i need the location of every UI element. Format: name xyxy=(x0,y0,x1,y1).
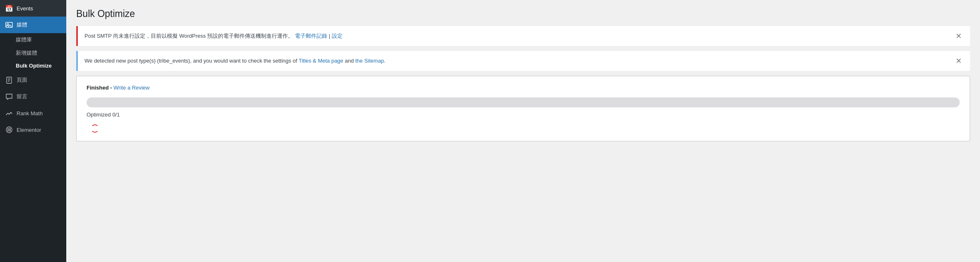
smtp-notice-text: Post SMTP 尚未進行設定，目前以模擬 WordPress 預設的電子郵件… xyxy=(84,32,343,41)
sidebar-item-pages[interactable]: 頁面 xyxy=(0,72,66,88)
loading-spinner xyxy=(91,124,99,133)
bulk-optimize-label: Bulk Optimize xyxy=(16,63,52,69)
post-type-notice-close-button[interactable]: ✕ xyxy=(953,56,963,66)
sidebar-sub-media-library[interactable]: 媒體庫 xyxy=(0,33,66,46)
sidebar-item-label: Rank Math xyxy=(17,110,43,116)
sidebar-sub-bulk-optimize[interactable]: Bulk Optimize xyxy=(0,60,66,72)
email-log-link[interactable]: 電子郵件記錄 xyxy=(295,33,327,39)
write-review-link[interactable]: Write a Review xyxy=(113,85,150,91)
optimized-text: Optimized 0/1 xyxy=(87,112,960,118)
status-line: Finished - Write a Review xyxy=(87,85,960,91)
sidebar-item-label: 留言 xyxy=(17,93,27,100)
titles-meta-link[interactable]: Titles & Meta page xyxy=(299,58,343,64)
smtp-notice: Post SMTP 尚未進行設定，目前以模擬 WordPress 預設的電子郵件… xyxy=(76,26,970,46)
finished-label: Finished xyxy=(87,85,109,91)
sidebar-item-rankmath[interactable]: Rank Math xyxy=(0,105,66,121)
status-separator: - xyxy=(110,85,113,91)
events-icon: 📅 xyxy=(5,4,13,12)
sidebar: 📅 Events 媒體 媒體庫 新增媒體 Bulk Optimize xyxy=(0,0,66,262)
sidebar-item-label: 媒體 xyxy=(17,21,27,29)
rankmath-icon xyxy=(5,109,13,117)
post-type-notice-text: We detected new post type(s) (tribe_even… xyxy=(84,57,386,66)
sidebar-item-events[interactable]: 📅 Events xyxy=(0,0,66,17)
sidebar-item-comments[interactable]: 留言 xyxy=(0,88,66,105)
sidebar-item-media[interactable]: 媒體 xyxy=(0,17,66,33)
comments-icon xyxy=(5,92,13,101)
progress-bar-container xyxy=(87,97,960,107)
settings-link[interactable]: 設定 xyxy=(332,33,343,39)
elementor-icon xyxy=(5,126,13,134)
sidebar-item-label: Events xyxy=(17,5,33,12)
smtp-separator: | xyxy=(329,33,332,39)
post-type-notice: We detected new post type(s) (tribe_even… xyxy=(76,51,970,71)
media-icon xyxy=(5,21,13,29)
sidebar-item-label: 頁面 xyxy=(17,76,27,84)
add-media-label: 新增媒體 xyxy=(16,50,37,56)
bulk-optimize-section: Finished - Write a Review Optimized 0/1 xyxy=(76,76,970,141)
main-content: Bulk Optimize Post SMTP 尚未進行設定，目前以模擬 Wor… xyxy=(66,0,980,262)
sidebar-item-label: Elementor xyxy=(17,127,41,133)
sitemap-link[interactable]: the Sitemap xyxy=(355,58,384,64)
spinner-container xyxy=(87,124,960,133)
page-title: Bulk Optimize xyxy=(76,8,970,19)
pages-icon xyxy=(5,76,13,84)
sidebar-item-elementor[interactable]: Elementor xyxy=(0,121,66,138)
smtp-notice-close-button[interactable]: ✕ xyxy=(953,31,963,41)
media-library-label: 媒體庫 xyxy=(16,36,32,43)
sidebar-sub-add-media[interactable]: 新增媒體 xyxy=(0,46,66,60)
svg-point-1 xyxy=(7,24,9,25)
